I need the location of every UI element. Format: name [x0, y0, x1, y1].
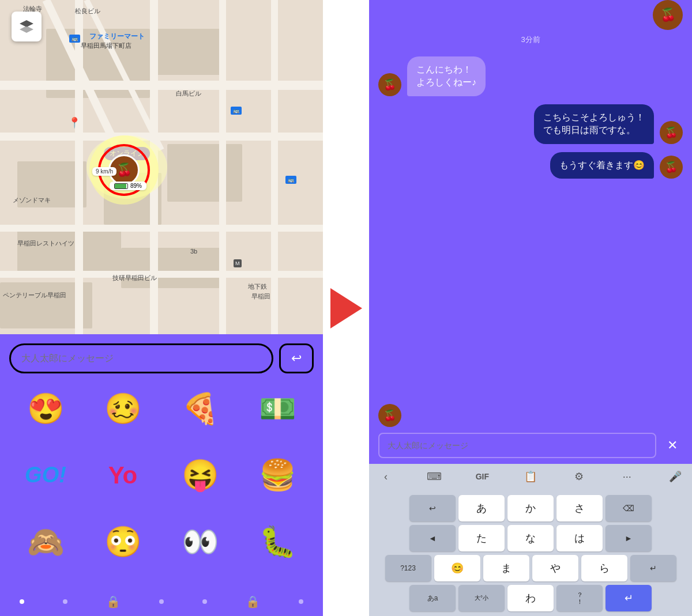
kb-key-enter[interactable]: ↵: [606, 585, 652, 611]
emoji-money[interactable]: 💵: [241, 383, 314, 434]
sticker-go[interactable]: GO!: [9, 449, 82, 501]
bottom-panel: ↩ 😍 🥴 🍕 💵 GO! Yo 😝 🍔 🙈 😳 👀 🐛: [0, 334, 323, 587]
nav-dot-2: [63, 599, 67, 604]
kb-key-ha[interactable]: は: [556, 525, 603, 551]
kb-key-aa[interactable]: あa: [409, 585, 456, 611]
map-label-matsuya: 松良ビル: [75, 7, 100, 16]
emoji-burger[interactable]: 🍔: [241, 449, 314, 501]
emoji-caterpillar[interactable]: 🐛: [241, 516, 314, 568]
svg-rect-13: [75, 0, 83, 334]
kb-key-wa[interactable]: わ: [507, 585, 554, 611]
emoji-tongue[interactable]: 😝: [164, 449, 236, 501]
send-button[interactable]: ↩: [279, 343, 314, 373]
chat-top-bar: 🍒: [369, 0, 692, 35]
emoji-pizza[interactable]: 🍕: [164, 383, 236, 434]
kb-key-ka[interactable]: か: [507, 495, 554, 521]
emoji-heart-eyes[interactable]: 😍: [9, 383, 82, 434]
map-label-maisondmaki: メゾンドマキ: [13, 196, 51, 205]
battery-value: 89%: [130, 183, 142, 189]
kb-key-123[interactable]: ?123: [385, 555, 431, 581]
map-label-chika: 地下鉄: [248, 282, 267, 291]
bubble-sent-2: もうすぐ着きます😊: [550, 152, 654, 179]
transit-icon-1: 🚌: [69, 35, 80, 43]
battery-fill: [115, 184, 126, 188]
transit-icon-4: M: [234, 259, 242, 267]
svg-rect-6: [17, 230, 121, 277]
chat-messages: 3分前 🍒 こんにちわ！よろしくねー♪ 🍒 こちらこそよろしゅう！でも明日は雨で…: [369, 35, 692, 398]
emoji-eyes[interactable]: 👀: [164, 516, 236, 568]
map-label-3b: 3b: [190, 248, 197, 255]
kb-key-punct[interactable]: ？！: [556, 585, 603, 611]
nav-dot-5: [299, 599, 303, 604]
left-panel: 法輪寺 松良ビル ファミリーマート 早稲田馬場下町店 白馬ビル メゾンドマキ 早…: [0, 0, 323, 616]
message-row-received-1: 🍒 こんにちわ！よろしくねー♪: [378, 56, 683, 96]
svg-rect-5: [167, 144, 242, 202]
message-timestamp: 3分前: [378, 35, 683, 45]
map-label-familymart2: 早稲田馬場下町店: [81, 41, 131, 50]
emoji-monkey[interactable]: 🙈: [9, 516, 82, 568]
kb-key-dakuten[interactable]: 大°小: [458, 585, 505, 611]
kb-key-right[interactable]: ►: [606, 525, 652, 551]
kb-key-sa[interactable]: さ: [556, 495, 603, 521]
map-label-waseda-station: 早稲田: [251, 292, 270, 301]
layers-button[interactable]: [12, 12, 42, 41]
kb-more-icon[interactable]: ···: [615, 466, 639, 487]
kb-key-ra[interactable]: ら: [581, 555, 627, 581]
kb-key-ta[interactable]: た: [458, 525, 505, 551]
kb-row-4: あa 大°小 わ ？！ ↵: [371, 585, 690, 611]
svg-rect-15: [219, 0, 226, 334]
kb-keyboard-icon[interactable]: ⌨: [422, 466, 446, 487]
kb-row-3: ?123 😊 ま や ら ↵: [371, 555, 690, 581]
kb-back-button[interactable]: ‹: [374, 466, 398, 487]
kb-gif-button[interactable]: GIF: [470, 466, 494, 487]
emoji-grid: 😍 🥴 🍕 💵 GO! Yo 😝 🍔 🙈 😳 👀 🐛: [9, 383, 314, 578]
kb-settings-icon[interactable]: ⚙: [567, 466, 591, 487]
kb-clipboard-icon[interactable]: 📋: [518, 466, 543, 487]
battery-badge: 89%: [110, 182, 146, 190]
svg-marker-21: [20, 26, 33, 33]
kb-key-return[interactable]: ↵: [630, 555, 676, 581]
map-label-waseda-rest: 早稲田レストハイツ: [17, 239, 74, 248]
keyboard-toolbar: ‹ ⌨ GIF 📋 ⚙ ··· 🎤: [369, 464, 692, 492]
keyboard-rows: ↩ あ か さ ⌫ ◄ た な は ► ?123 😊 ま や ら ↵: [371, 495, 690, 611]
map-label-familymart: ファミリーマート: [89, 32, 145, 41]
chat-top-avatar: 🍒: [653, 0, 683, 30]
chat-close-button[interactable]: ✕: [662, 435, 683, 456]
svg-rect-16: [271, 0, 278, 334]
kb-key-undo[interactable]: ↩: [409, 495, 456, 521]
kb-key-left[interactable]: ◄: [409, 525, 456, 551]
kb-key-ya[interactable]: や: [532, 555, 578, 581]
transit-icon-3: 🚌: [285, 176, 296, 184]
kb-key-backspace[interactable]: ⌫: [606, 495, 652, 521]
kb-row-2: ◄ た な は ►: [371, 525, 690, 551]
emoji-embarrassed[interactable]: 😳: [86, 516, 159, 568]
location-pin: 📍: [68, 116, 81, 129]
keyboard-area: ↩ あ か さ ⌫ ◄ た な は ► ?123 😊 ま や ら ↵: [369, 492, 692, 616]
kb-key-emoji[interactable]: 😊: [434, 555, 480, 581]
message-input[interactable]: [9, 343, 273, 373]
bottom-sender-avatar: 🍒: [378, 404, 401, 427]
go-text: GO!: [25, 463, 66, 487]
sender-avatar-1: 🍒: [378, 73, 401, 96]
message-row-sent-1: 🍒 こちらこそよろしゅう！でも明日は雨ですな。: [378, 104, 683, 144]
bottom-nav-left: 🔒 🔒: [0, 587, 323, 616]
speed-value: 9 km/h: [96, 168, 113, 175]
kb-key-na[interactable]: な: [507, 525, 554, 551]
bubble-sent-1: こちらこそよろしゅう！でも明日は雨ですな。: [534, 104, 654, 144]
kb-key-a[interactable]: あ: [458, 495, 505, 521]
svg-rect-2: [156, 29, 225, 75]
nav-dot-1: [20, 599, 24, 604]
kb-row-1: ↩ あ か さ ⌫: [371, 495, 690, 521]
nav-icon-lock2[interactable]: 🔒: [246, 595, 260, 609]
right-panel: 🍒 3分前 🍒 こんにちわ！よろしくねー♪ 🍒 こちらこそよろしゅう！でも明日は…: [369, 0, 692, 616]
emoji-dizzy[interactable]: 🥴: [86, 383, 159, 434]
map-area: 法輪寺 松良ビル ファミリーマート 早稲田馬場下町店 白馬ビル メゾンドマキ 早…: [0, 0, 323, 334]
nav-icon-lock[interactable]: 🔒: [106, 595, 121, 609]
kb-mic-icon[interactable]: 🎤: [663, 466, 687, 487]
transit-icon-2: 🚌: [231, 107, 242, 115]
chat-input[interactable]: [378, 433, 656, 458]
arrow-section: [323, 0, 369, 616]
kb-key-ma[interactable]: ま: [483, 555, 529, 581]
sticker-yo[interactable]: Yo: [86, 449, 159, 501]
speed-badge: 9 km/h: [92, 167, 116, 176]
